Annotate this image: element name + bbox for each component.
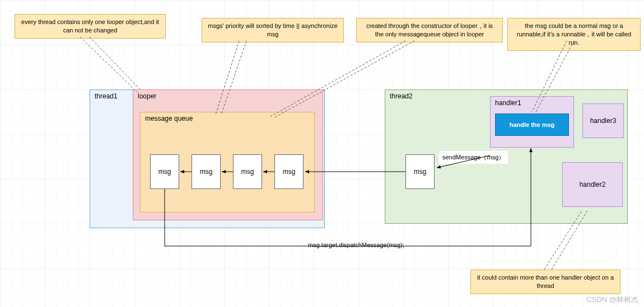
note-thread-looper: every thread contains only one looper ob… [15,14,166,39]
msg-label: msg [241,168,254,176]
msg-label: msg [414,168,427,176]
note-msg-priority: msgs' priority will sorted by time || as… [202,18,344,42]
msg-box: msg [274,154,304,189]
msg-box: msg [192,154,221,189]
note-mq-constructor: created through the constructor of loope… [356,18,503,42]
msg-label: msg [158,168,171,176]
dispatch-message-label: msg.target.dispatchMessage(msg); [308,242,404,248]
message-queue-label: message queue [145,115,193,122]
msg-label: msg [200,168,213,176]
handler1-label: handler1 [495,99,521,107]
looper-label: looper [138,92,156,100]
watermark: CSDN @林树杰 [586,295,638,305]
handler3-box: handler3 [582,103,624,138]
msg-box: msg [405,154,435,189]
handle-msg-button[interactable]: handle the msg [495,114,569,136]
thread1-label: thread1 [95,92,118,100]
thread2-label: thread2 [390,92,413,100]
msg-box: msg [233,154,262,189]
msg-box: msg [150,154,179,189]
msg-label: msg [283,168,296,176]
handler2-box: handler2 [562,162,623,207]
note-msg-runnable: the msg could be a normal msg or a runna… [507,18,641,51]
handler3-label: handler3 [590,117,617,125]
send-message-label: sendMessage（msg） [439,151,508,164]
handler2-label: handler2 [580,181,606,188]
note-multiple-handlers: it could contain more than one handler o… [470,270,620,294]
